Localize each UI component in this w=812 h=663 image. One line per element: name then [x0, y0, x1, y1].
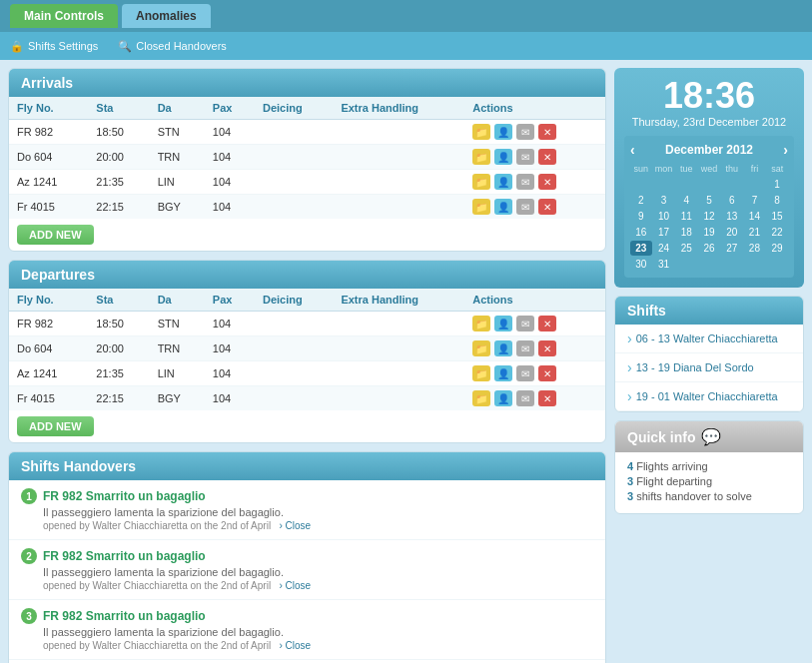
table-row: Fr 4015 22:15 BGY 104 📁 👤 ✉ ✕: [9, 195, 605, 220]
delete-icon[interactable]: ✕: [538, 316, 556, 332]
calendar-day: [721, 257, 743, 272]
person-icon[interactable]: 👤: [494, 174, 512, 190]
pax: 104: [205, 336, 255, 361]
folder-icon[interactable]: 📁: [472, 199, 490, 215]
calendar-day[interactable]: 3: [653, 193, 675, 208]
calendar-day[interactable]: 9: [630, 209, 652, 224]
person-icon[interactable]: 👤: [494, 316, 512, 332]
pax: 104: [205, 120, 255, 145]
person-icon[interactable]: 👤: [494, 149, 512, 165]
main-content: Arrivals Fly No. Sta Da Pax Deicing Extr…: [0, 60, 812, 663]
calendar-day[interactable]: 18: [675, 225, 697, 240]
arrivals-add-new-button[interactable]: ADD NEW: [17, 225, 94, 245]
calendar-day[interactable]: 5: [698, 193, 720, 208]
calendar-day[interactable]: 17: [653, 225, 675, 240]
calendar-day[interactable]: 10: [653, 209, 675, 224]
envelope-icon[interactable]: ✉: [516, 149, 534, 165]
anomalies-tab[interactable]: Anomalies: [122, 4, 211, 28]
sta: 18:50: [88, 312, 149, 336]
calendar-day[interactable]: 21: [744, 225, 766, 240]
delete-icon[interactable]: ✕: [538, 149, 556, 165]
envelope-icon[interactable]: ✉: [516, 199, 534, 215]
table-row: Do 604 20:00 TRN 104 📁 👤 ✉ ✕: [9, 145, 605, 170]
main-controls-tab[interactable]: Main Controls: [10, 4, 118, 28]
envelope-icon[interactable]: ✉: [516, 390, 534, 406]
shift-item[interactable]: ›19 - 01 Walter Chiacchiaretta: [615, 382, 803, 411]
calendar-day[interactable]: 15: [766, 209, 788, 224]
quick-info-item: 4 Flights arriving: [627, 460, 791, 472]
calendar-day[interactable]: 6: [721, 193, 743, 208]
actions: 📁 👤 ✉ ✕: [464, 361, 605, 386]
calendar-day[interactable]: 7: [744, 193, 766, 208]
envelope-icon[interactable]: ✉: [516, 365, 534, 381]
person-icon[interactable]: 👤: [494, 340, 512, 356]
calendar-day[interactable]: 19: [698, 225, 720, 240]
person-icon[interactable]: 👤: [494, 199, 512, 215]
calendar-day[interactable]: 11: [675, 209, 697, 224]
calendar-day: [698, 177, 720, 192]
clock-time: 18:36: [624, 78, 794, 114]
departures-add-new-button[interactable]: ADD NEW: [17, 416, 94, 436]
folder-icon[interactable]: 📁: [472, 365, 490, 381]
delete-icon[interactable]: ✕: [538, 199, 556, 215]
shift-item[interactable]: ›06 - 13 Walter Chiacchiaretta: [615, 325, 803, 353]
delete-icon[interactable]: ✕: [538, 340, 556, 356]
calendar-day[interactable]: 20: [721, 225, 743, 240]
calendar-day[interactable]: 1: [766, 177, 788, 192]
calendar-next-button[interactable]: ›: [783, 142, 788, 158]
closed-handovers-link[interactable]: 🔍 Closed Handovers: [118, 40, 227, 53]
extra-handling: [333, 170, 464, 195]
calendar-day[interactable]: 2: [630, 193, 652, 208]
delete-icon[interactable]: ✕: [538, 174, 556, 190]
handover-close-link[interactable]: › Close: [279, 520, 311, 531]
extra-handling: [333, 120, 464, 145]
person-icon[interactable]: 👤: [494, 124, 512, 140]
calendar-day[interactable]: 31: [653, 257, 675, 272]
sta: 18:50: [88, 120, 149, 145]
calendar-day[interactable]: 16: [630, 225, 652, 240]
delete-icon[interactable]: ✕: [538, 124, 556, 140]
folder-icon[interactable]: 📁: [472, 390, 490, 406]
calendar-grid: sunmontuewedthufrisat1234567891011121314…: [630, 162, 788, 272]
calendar-day[interactable]: 14: [744, 209, 766, 224]
calendar-day[interactable]: 23: [630, 241, 652, 256]
folder-icon[interactable]: 📁: [472, 174, 490, 190]
delete-icon[interactable]: ✕: [538, 390, 556, 406]
calendar-day[interactable]: 27: [721, 241, 743, 256]
shifts-settings-link[interactable]: 🔒 Shifts Settings: [10, 40, 98, 53]
person-icon[interactable]: 👤: [494, 365, 512, 381]
envelope-icon[interactable]: ✉: [516, 174, 534, 190]
folder-icon[interactable]: 📁: [472, 124, 490, 140]
handover-description: Il passeggiero lamenta la sparizione del…: [43, 626, 593, 638]
calendar-day[interactable]: 4: [675, 193, 697, 208]
calendar-day[interactable]: 24: [653, 241, 675, 256]
col-sta-dep: Sta: [88, 289, 149, 312]
calendar-day[interactable]: 26: [698, 241, 720, 256]
envelope-icon[interactable]: ✉: [516, 124, 534, 140]
calendar-day[interactable]: 30: [630, 257, 652, 272]
folder-icon[interactable]: 📁: [472, 316, 490, 332]
calendar-day[interactable]: 29: [766, 241, 788, 256]
handover-close-link[interactable]: › Close: [279, 640, 311, 651]
calendar-prev-button[interactable]: ‹: [630, 142, 635, 158]
folder-icon[interactable]: 📁: [472, 340, 490, 356]
handover-close-link[interactable]: › Close: [279, 580, 311, 591]
calendar-day[interactable]: 8: [766, 193, 788, 208]
folder-icon[interactable]: 📁: [472, 149, 490, 165]
shift-item[interactable]: ›13 - 19 Diana Del Sordo: [615, 353, 803, 382]
calendar-day[interactable]: 28: [744, 241, 766, 256]
da: BGY: [150, 386, 205, 411]
quick-info-count: 4: [627, 460, 633, 472]
right-column: 18:36 Thursday, 23rd December 2012 ‹ Dec…: [614, 68, 804, 663]
calendar-day[interactable]: 12: [698, 209, 720, 224]
chat-icon: 💬: [701, 427, 721, 446]
delete-icon[interactable]: ✕: [538, 365, 556, 381]
calendar-day[interactable]: 25: [675, 241, 697, 256]
calendar-day[interactable]: 13: [721, 209, 743, 224]
calendar-day[interactable]: 22: [766, 225, 788, 240]
envelope-icon[interactable]: ✉: [516, 316, 534, 332]
top-navigation: Main Controls Anomalies: [0, 0, 812, 32]
person-icon[interactable]: 👤: [494, 390, 512, 406]
arrivals-panel: Arrivals Fly No. Sta Da Pax Deicing Extr…: [8, 68, 606, 252]
envelope-icon[interactable]: ✉: [516, 340, 534, 356]
